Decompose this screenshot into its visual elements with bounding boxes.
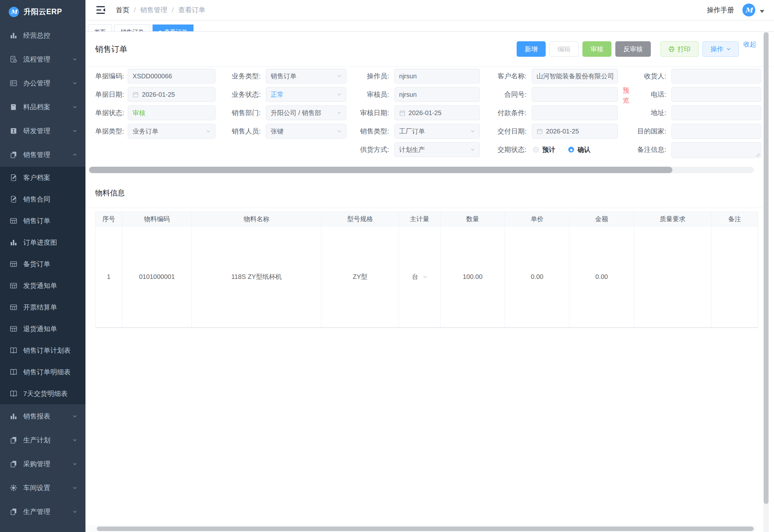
sidebar-item-business-overview[interactable]: 经营总控 (0, 24, 85, 47)
doc-status-label: 单据状态: (95, 105, 127, 120)
sales-submenu: 客户档案 销售合同 销售订单 订单进度图 备货订单 发货通知单 (0, 167, 85, 404)
chevron-up-icon (73, 153, 77, 157)
order-form: 单据编码: XSDD000066 业务类型: 销售订单 操作员: njrsun … (95, 69, 761, 157)
sidebar-item-process-mgmt[interactable]: 流程管理 (0, 47, 85, 71)
pages-icon (10, 508, 17, 516)
biz-type-select[interactable]: 销售订单 (266, 69, 346, 84)
remark-textarea[interactable] (671, 142, 761, 158)
payment-terms-field[interactable] (532, 105, 618, 120)
contract-no-field[interactable] (532, 87, 618, 102)
sidebar-item-shipping-notice[interactable]: 发货通知单 (0, 275, 85, 296)
sidebar-item-sales-report[interactable]: 销售报表 (0, 404, 85, 428)
chevron-down-icon (73, 57, 77, 62)
user-menu-caret-icon[interactable] (760, 10, 764, 13)
breadcrumb-separator: / (134, 6, 136, 14)
delivery-date-field[interactable]: 2026-01-25 (532, 124, 618, 139)
resize-grip-icon[interactable] (756, 153, 760, 157)
app-title: 升阳云ERP (24, 7, 62, 17)
topbar: 首页 / 销售管理 / 查看订单 操作手册 M (85, 0, 774, 20)
open-book-icon (10, 390, 17, 398)
doc-date-field[interactable]: 2026-01-25 (128, 87, 215, 102)
doc-status-field[interactable]: 审核 (128, 105, 215, 120)
sales-dept-label: 销售部门: (216, 105, 265, 120)
consignee-field[interactable] (671, 69, 761, 84)
sidebar-item-sales-order-detail[interactable]: 销售订单明细表 (0, 361, 85, 383)
user-avatar[interactable]: M (742, 4, 755, 16)
page-vertical-scrollbar (763, 31, 769, 532)
sidebar-item-sales-contract[interactable]: 销售合同 (0, 188, 85, 210)
sidebar-item-7day-delivery-detail[interactable]: 7天交货明细表 (0, 383, 85, 404)
sidebar-item-customer-archive[interactable]: 客户档案 (0, 167, 85, 188)
edit-button[interactable]: 编辑 (550, 41, 579, 57)
breadcrumb-home[interactable]: 首页 (116, 5, 129, 15)
cell-amount: 0.00 (570, 226, 634, 328)
cell-spec: ZY型 (322, 226, 399, 328)
dest-country-field[interactable] (671, 124, 761, 139)
sidebar-item-production-plan[interactable]: 生产计划 (0, 428, 85, 452)
chevron-down-icon (337, 92, 342, 97)
radio-estimated[interactable]: 预计 (533, 145, 555, 154)
sidebar-item-sales-mgmt[interactable]: 销售管理 (0, 143, 85, 167)
sidebar-item-invoice-settlement[interactable]: 开票结算单 (0, 296, 85, 318)
chevron-down-icon (337, 74, 342, 78)
supply-mode-label: 供货方式: (347, 142, 393, 157)
sidebar-item-processing-workshop[interactable]: 加工车间 (0, 524, 85, 532)
chevron-down-icon (73, 509, 77, 514)
col-price: 单价 (505, 212, 570, 226)
add-button[interactable]: 新增 (517, 41, 546, 57)
audit-button[interactable]: 审核 (582, 41, 611, 57)
radio-confirmed[interactable]: 确认 (568, 145, 590, 154)
preview-link[interactable]: 预览 (622, 85, 630, 105)
cell-material-code: 0101000001 (122, 226, 192, 328)
sidebar-item-rnd-mgmt[interactable]: 研发管理 (0, 119, 85, 143)
supply-mode-select[interactable]: 计划生产 (394, 142, 480, 157)
biz-status-select[interactable]: 正常 (266, 87, 346, 102)
horizontal-scrollbar-thumb[interactable] (89, 167, 672, 173)
sidebar-item-sales-order[interactable]: 销售订单 (0, 210, 85, 232)
sidebar-item-return-notice[interactable]: 退货通知单 (0, 318, 85, 340)
form-horizontal-scrollbar (89, 167, 754, 173)
col-seq: 序号 (95, 212, 122, 226)
sidebar-item-material-archive[interactable]: 料品档案 (0, 95, 85, 119)
actions-dropdown-button[interactable]: 操作 (702, 41, 739, 57)
address-field[interactable] (671, 105, 761, 120)
payment-terms-label: 付款条件: (481, 105, 531, 120)
breadcrumb-sales-mgmt[interactable]: 销售管理 (140, 5, 167, 15)
auditor-field[interactable]: njrsun (394, 87, 480, 102)
customer-field[interactable]: 山河智能装备股份有限公司 (532, 69, 618, 84)
manual-link[interactable]: 操作手册 (707, 5, 734, 15)
sidebar-item-purchase-mgmt[interactable]: 采购管理 (0, 452, 85, 476)
biz-status-label: 业务状态: (216, 87, 265, 102)
print-button[interactable]: 打印 (660, 41, 699, 57)
sidebar-item-office-mgmt[interactable]: 办公管理 (0, 71, 85, 95)
sidebar-item-order-progress-chart[interactable]: 订单进度图 (0, 232, 85, 253)
table-icon (10, 282, 17, 290)
sidebar-fold-icon[interactable] (96, 6, 106, 14)
sales-dept-select[interactable]: 升阳公司 / 销售部 (266, 105, 346, 120)
vertical-scrollbar-thumb[interactable] (764, 32, 769, 504)
sidebar-item-sales-order-plan[interactable]: 销售订单计划表 (0, 340, 85, 361)
doc-type-label: 单据类型: (95, 124, 127, 139)
collapse-link[interactable]: 收起 (743, 40, 756, 49)
unaudit-button[interactable]: 反审核 (615, 41, 651, 57)
sidebar: M 升阳云ERP 经营总控 流程管理 办公管理 料品档案 研发管理 (0, 0, 85, 532)
col-remark: 备注 (711, 212, 758, 226)
phone-field[interactable] (671, 87, 761, 102)
sales-type-select[interactable]: 工厂订单 (394, 124, 480, 139)
sales-person-select[interactable]: 张键 (266, 124, 346, 139)
doc-type-select[interactable]: 业务订单 (128, 124, 215, 139)
col-qty: 数量 (441, 212, 505, 226)
sales-type-label: 销售类型: (347, 124, 393, 139)
unit-select[interactable]: 台 (399, 272, 440, 281)
badge-card-icon (10, 79, 17, 87)
sidebar-item-production-mgmt[interactable]: 生产管理 (0, 500, 85, 524)
table-row: 1 0101000001 118S ZY型纸杯机 ZY型 台 100.00 0.… (95, 226, 758, 328)
operator-field[interactable]: njrsun (394, 69, 480, 84)
doc-code-label: 单据编码: (95, 69, 127, 84)
sidebar-item-workshop-settings[interactable]: 车间设置 (0, 476, 85, 500)
sidebar-item-stock-order[interactable]: 备货订单 (0, 253, 85, 275)
horizontal-scrollbar-thumb[interactable] (97, 527, 754, 531)
audit-date-field[interactable]: 2026-01-25 (394, 105, 480, 120)
process-doc-icon (10, 55, 17, 63)
doc-code-field[interactable]: XSDD000066 (128, 69, 215, 84)
